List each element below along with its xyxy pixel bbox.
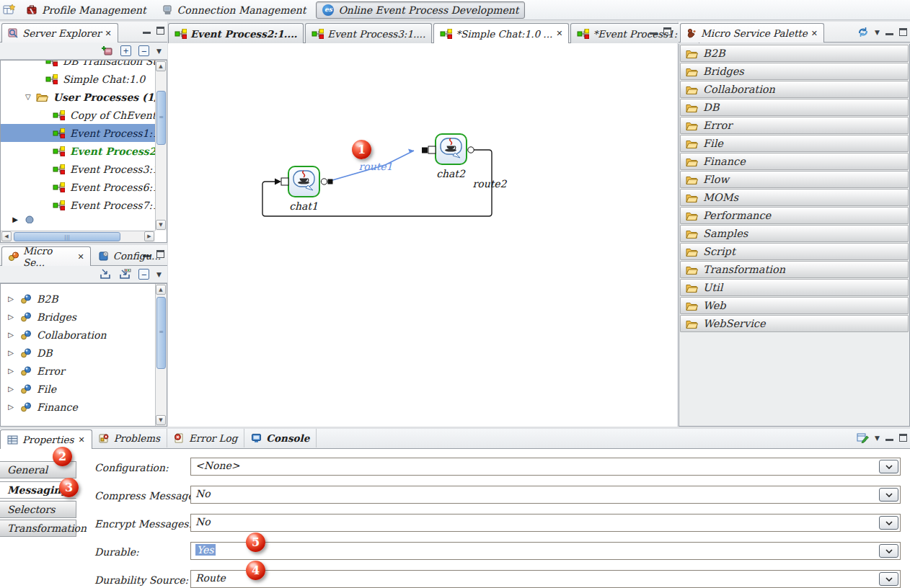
collapse-all-icon[interactable]: − bbox=[138, 45, 149, 56]
palette-category-script[interactable]: Script bbox=[680, 243, 909, 260]
scroll-up-icon[interactable]: ▲ bbox=[156, 285, 166, 295]
chevron-down-icon[interactable] bbox=[879, 460, 898, 473]
tree-item[interactable]: Event Process3:1.0 bbox=[1, 160, 167, 178]
tab-console[interactable]: Console bbox=[244, 429, 317, 447]
clipped-tree-item[interactable]: ▶ bbox=[1, 214, 167, 224]
tree-item-category[interactable]: ▷ Bridges bbox=[1, 308, 167, 326]
tree-item-running[interactable]: Event Process2:1.0 ( bbox=[1, 142, 167, 160]
chevron-collapsed-icon[interactable]: ▷ bbox=[6, 349, 15, 357]
view-menu-icon[interactable]: ▼ bbox=[156, 48, 162, 55]
scroll-down-icon[interactable]: ▼ bbox=[156, 415, 166, 425]
tree-item-selected[interactable]: Event Process1:1.0 bbox=[1, 124, 167, 142]
editor-tab-active[interactable]: *Simple Chat:1.0 ... ✕ bbox=[433, 23, 569, 43]
scroll-up-icon[interactable]: ▲ bbox=[156, 61, 166, 71]
palette-category-performance[interactable]: Performance bbox=[680, 207, 909, 224]
palette-category-finance[interactable]: Finance bbox=[680, 153, 909, 170]
view-menu-icon[interactable]: ▼ bbox=[875, 29, 880, 36]
process-canvas[interactable]: chat1 chat2 route1 route2 1 bbox=[168, 43, 677, 427]
scrollbar-thumb[interactable]: ||| bbox=[14, 232, 120, 241]
palette-category-collaboration[interactable]: Collaboration bbox=[680, 81, 909, 98]
tab-configuration[interactable]: Configu... bbox=[92, 246, 167, 265]
vertical-scrollbar[interactable]: ▲ ≡ ▼ bbox=[155, 61, 167, 231]
palette-category-error[interactable]: Error bbox=[680, 117, 909, 134]
input-port[interactable] bbox=[281, 178, 288, 185]
tab-properties[interactable]: Properties ✕ bbox=[0, 429, 92, 449]
scroll-left-icon[interactable]: ◀ bbox=[1, 231, 12, 241]
scrollbar-thumb[interactable]: ≡ bbox=[156, 297, 166, 369]
tree-item[interactable]: DB Transaction Supp bbox=[1, 60, 167, 70]
add-server-icon[interactable] bbox=[101, 45, 113, 56]
chevron-collapsed-icon[interactable]: ▷ bbox=[6, 403, 15, 411]
minimize-icon[interactable] bbox=[885, 29, 893, 35]
property-section-selectors[interactable]: Selectors bbox=[0, 501, 76, 518]
palette-category-util[interactable]: Util bbox=[680, 279, 909, 296]
palette-category-db[interactable]: DB bbox=[680, 99, 909, 116]
view-menu-icon[interactable]: ▼ bbox=[156, 271, 162, 278]
property-section-transformation[interactable]: Transformation bbox=[0, 520, 76, 537]
import-zip-icon[interactable] bbox=[119, 269, 131, 280]
palette-category-transformation[interactable]: Transformation bbox=[680, 261, 909, 278]
minimize-icon[interactable] bbox=[650, 28, 658, 35]
new-wizard-icon[interactable] bbox=[3, 4, 16, 16]
chevron-collapsed-icon[interactable]: ▷ bbox=[6, 295, 15, 303]
collapse-all-icon[interactable]: − bbox=[138, 269, 149, 280]
compress-messages-combobox[interactable]: No bbox=[190, 486, 901, 504]
close-icon[interactable]: ✕ bbox=[77, 252, 84, 262]
tab-problems[interactable]: Problems bbox=[92, 429, 167, 447]
tree-item[interactable]: Copy of ChEvent Proc bbox=[1, 106, 167, 124]
close-icon[interactable]: ✕ bbox=[105, 29, 112, 38]
chevron-collapsed-icon[interactable]: ▷ bbox=[6, 385, 15, 393]
tree-item-category[interactable]: ▷ Finance bbox=[1, 398, 167, 416]
tab-micro-service-repository[interactable]: Micro Se... ✕ bbox=[1, 246, 91, 266]
palette-category-webservice[interactable]: WebService bbox=[680, 315, 909, 332]
node-chat1[interactable] bbox=[275, 166, 333, 197]
chevron-down-icon[interactable] bbox=[879, 572, 898, 586]
tree-item-user-processes[interactable]: ▽ User Processes (1/6) bbox=[1, 88, 167, 106]
tree-item[interactable]: Simple Chat:1.0 bbox=[1, 70, 167, 88]
palette-category-bridges[interactable]: Bridges bbox=[680, 63, 909, 80]
durability-source-combobox[interactable]: Route bbox=[190, 570, 901, 588]
expand-all-icon[interactable]: + bbox=[120, 45, 131, 56]
tree-item-category[interactable]: ▷ Error bbox=[1, 362, 167, 380]
import-icon[interactable] bbox=[100, 269, 112, 280]
output-port[interactable] bbox=[468, 147, 474, 153]
horizontal-scrollbar[interactable]: ◀ ||| ▶ bbox=[1, 231, 155, 242]
edit-properties-icon[interactable] bbox=[857, 432, 869, 443]
chevron-collapsed-icon[interactable]: ▷ bbox=[6, 313, 15, 321]
tab-micro-service-palette[interactable]: Micro Service Palette ✕ bbox=[680, 23, 824, 43]
tree-item[interactable]: Event Process7:1.0 bbox=[1, 196, 167, 214]
tab-error-log[interactable]: Error Log bbox=[167, 429, 244, 447]
output-port-handle[interactable] bbox=[328, 179, 333, 184]
micro-service-tree[interactable]: ▷ B2B ▷ Bridges ▷ Collaboration ▷ DB ▷ E… bbox=[0, 283, 167, 427]
perspective-profile-management[interactable]: Profile Management bbox=[20, 1, 152, 19]
view-menu-icon[interactable]: ▼ bbox=[875, 435, 880, 442]
input-port-handle[interactable] bbox=[422, 148, 428, 153]
close-icon[interactable]: ✕ bbox=[78, 435, 84, 445]
chevron-collapsed-icon[interactable]: ▷ bbox=[6, 367, 15, 375]
durable-combobox[interactable]: Yes bbox=[190, 542, 901, 560]
encrypt-messages-combobox[interactable]: No bbox=[190, 514, 901, 532]
configuration-combobox[interactable]: <None> bbox=[190, 458, 901, 476]
tree-item-category[interactable]: ▷ B2B bbox=[1, 290, 167, 308]
minimize-icon[interactable] bbox=[143, 27, 151, 34]
maximize-icon[interactable] bbox=[899, 28, 907, 36]
chevron-down-icon[interactable] bbox=[879, 516, 898, 530]
editor-tab[interactable]: Event Process3:1.... bbox=[305, 23, 432, 43]
vertical-scrollbar[interactable]: ▲ ≡ ▼ bbox=[155, 284, 167, 426]
tree-item[interactable]: Event Process6:1.0 bbox=[1, 178, 167, 196]
scroll-right-icon[interactable]: ▶ bbox=[144, 231, 154, 241]
node-chat2[interactable] bbox=[422, 134, 474, 164]
palette-category-b2b[interactable]: B2B bbox=[680, 45, 909, 62]
refresh-icon[interactable] bbox=[857, 27, 869, 37]
chevron-expanded-icon[interactable]: ▽ bbox=[25, 93, 31, 101]
close-icon[interactable]: ✕ bbox=[811, 29, 818, 38]
tree-item-category[interactable]: ▷ File bbox=[1, 380, 167, 398]
palette-category-flow[interactable]: Flow bbox=[680, 171, 909, 188]
output-port[interactable] bbox=[321, 179, 327, 184]
palette-category-file[interactable]: File bbox=[680, 135, 909, 152]
tree-item-category[interactable]: ▷ Collaboration bbox=[1, 326, 167, 344]
palette-category-moms[interactable]: MOMs bbox=[680, 189, 909, 206]
tab-server-explorer[interactable]: Server Explorer ✕ bbox=[1, 23, 118, 43]
scrollbar-thumb[interactable]: ≡ bbox=[156, 91, 166, 145]
server-explorer-tree[interactable]: DB Transaction Supp Simple Chat:1.0 ▽ Us… bbox=[0, 60, 167, 243]
